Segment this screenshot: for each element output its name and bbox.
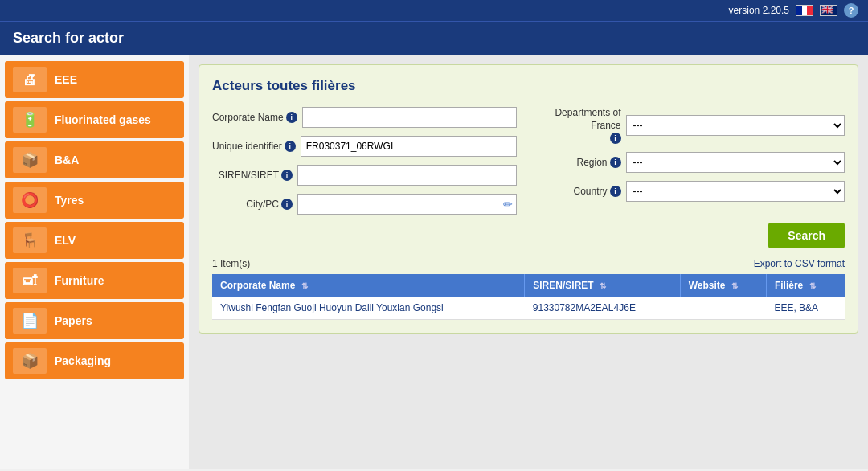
sidebar-item-label-eee: EEE [55, 73, 77, 86]
cell-website [680, 297, 766, 320]
help-icon[interactable]: ? [844, 3, 858, 18]
unique-id-info-icon[interactable]: i [285, 141, 296, 152]
sidebar: 🖨 EEE 🔋 Fluorinated gases 📦 B&A ⭕ Tyres … [0, 55, 189, 469]
region-info-icon[interactable]: i [610, 157, 621, 168]
country-select[interactable]: --- [626, 181, 845, 202]
sidebar-item-label-fluorinated: Fluorinated gases [55, 113, 151, 126]
search-panel: Acteurs toutes filières Corporate Name i [199, 64, 858, 334]
country-label: Country i [541, 186, 621, 197]
cell-filiere: EEE, B&A [766, 297, 845, 320]
table-row[interactable]: Yiwushi Fengfan Guoji Huoyun Daili Youxi… [212, 297, 845, 320]
table-body: Yiwushi Fengfan Guoji Huoyun Daili Youxi… [212, 297, 845, 320]
cell-siren: 91330782MA2EAL4J6E [525, 297, 680, 320]
sidebar-item-label-bna: B&A [55, 154, 79, 166]
main-layout: 🖨 EEE 🔋 Fluorinated gases 📦 B&A ⭕ Tyres … [0, 55, 868, 469]
flag-french-icon[interactable] [796, 5, 813, 16]
sidebar-item-papers[interactable]: 📄 Papers [5, 302, 184, 339]
papers-icon: 📄 [13, 308, 47, 334]
sidebar-item-label-tyres: Tyres [55, 194, 84, 207]
corporate-name-label: Corporate Name i [212, 112, 297, 123]
sort-corporate-icon: ⇅ [301, 281, 308, 290]
cell-corporate-name: Yiwushi Fengfan Guoji Huoyun Daili Youxi… [212, 297, 525, 320]
departments-select[interactable]: --- [626, 115, 845, 136]
search-button[interactable]: Search [768, 223, 845, 248]
packaging-icon: 📦 [13, 348, 47, 374]
table-header: Corporate Name ⇅ SIREN/SIRET ⇅ Website ⇅ [212, 274, 845, 297]
furniture-icon: 🛋 [13, 268, 47, 293]
elv-icon: 🪑 [13, 227, 47, 253]
sidebar-item-bna[interactable]: 📦 B&A [5, 141, 184, 178]
siren-row: SIREN/SIRET i [212, 165, 517, 186]
corporate-name-row: Corporate Name i [212, 107, 517, 128]
city-label: City/PC i [212, 199, 293, 210]
siren-info-icon[interactable]: i [281, 170, 293, 181]
region-select[interactable]: --- [626, 152, 845, 173]
results-header: 1 Item(s) Export to CSV format [212, 258, 845, 269]
form-left-col: Corporate Name i Unique identifier i [212, 107, 517, 215]
siren-input[interactable] [297, 165, 517, 186]
unique-id-row: Unique identifier i [212, 136, 517, 157]
bna-icon: 📦 [13, 147, 47, 173]
corporate-name-input[interactable] [302, 107, 517, 128]
page-header: Search for actor [0, 21, 868, 55]
form-right-col: Departments of France i --- Region i [541, 107, 845, 215]
top-bar: version 2.20.5 ? [0, 0, 868, 21]
city-edit-icon[interactable]: ✏ [503, 198, 513, 211]
th-corporate-name[interactable]: Corporate Name ⇅ [212, 274, 525, 297]
unique-id-input[interactable] [301, 136, 517, 157]
city-info-icon[interactable]: i [281, 199, 293, 210]
sidebar-item-label-papers: Papers [55, 314, 92, 327]
sidebar-item-label-furniture: Furniture [55, 274, 104, 287]
export-csv-link[interactable]: Export to CSV format [754, 258, 845, 269]
search-form: Corporate Name i Unique identifier i [212, 107, 845, 215]
country-row: Country i --- [541, 181, 845, 202]
country-info-icon[interactable]: i [610, 186, 621, 197]
sidebar-item-eee[interactable]: 🖨 EEE [5, 61, 184, 98]
departments-label: Departments of France i [541, 107, 621, 144]
sidebar-item-furniture[interactable]: 🛋 Furniture [5, 262, 184, 299]
unique-id-label: Unique identifier i [212, 141, 296, 152]
th-website[interactable]: Website ⇅ [680, 274, 766, 297]
sidebar-item-packaging[interactable]: 📦 Packaging [5, 342, 184, 379]
siren-label: SIREN/SIRET i [212, 170, 293, 181]
sort-website-icon: ⇅ [731, 281, 738, 290]
corporate-name-info-icon[interactable]: i [286, 112, 297, 123]
city-input-wrap: ✏ [297, 194, 517, 215]
panel-title: Acteurs toutes filières [212, 78, 845, 94]
sort-filiere-icon: ⇅ [809, 281, 816, 290]
region-label: Region i [541, 157, 621, 168]
flag-english-icon[interactable] [820, 5, 837, 16]
eee-icon: 🖨 [13, 67, 47, 92]
sidebar-item-fluorinated-gases[interactable]: 🔋 Fluorinated gases [5, 101, 184, 138]
th-filiere[interactable]: Filière ⇅ [766, 274, 845, 297]
content-area: Acteurs toutes filières Corporate Name i [189, 55, 868, 469]
sort-siren-icon: ⇅ [600, 281, 606, 290]
search-btn-row: Search [212, 223, 845, 248]
tyres-icon: ⭕ [13, 187, 47, 213]
sidebar-item-tyres[interactable]: ⭕ Tyres [5, 182, 184, 219]
sidebar-item-label-elv: ELV [55, 234, 76, 247]
results-table: Corporate Name ⇅ SIREN/SIRET ⇅ Website ⇅ [212, 274, 845, 320]
version-label: version 2.20.5 [729, 5, 789, 16]
departments-row: Departments of France i --- [541, 107, 845, 144]
sidebar-item-label-packaging: Packaging [55, 354, 111, 367]
fluorinated-icon: 🔋 [13, 107, 47, 133]
departments-info-icon[interactable]: i [610, 133, 621, 144]
results-count: 1 Item(s) [212, 258, 250, 269]
results-section: 1 Item(s) Export to CSV format Corporate… [212, 258, 845, 320]
sidebar-item-elv[interactable]: 🪑 ELV [5, 222, 184, 259]
city-row: City/PC i ✏ [212, 194, 517, 215]
city-input[interactable] [297, 194, 517, 215]
th-siren[interactable]: SIREN/SIRET ⇅ [525, 274, 680, 297]
region-row: Region i --- [541, 152, 845, 173]
page-title: Search for actor [13, 30, 124, 46]
